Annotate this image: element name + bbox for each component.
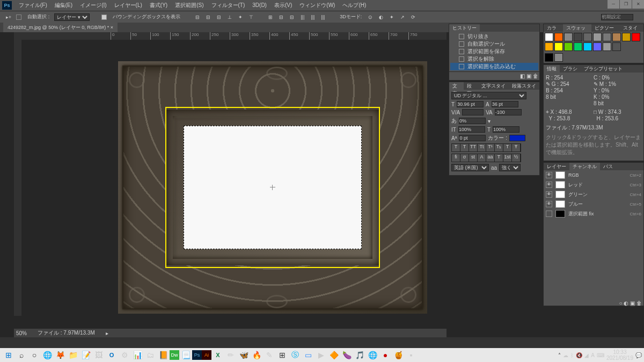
history-item[interactable]: 選択を解除 — [450, 55, 538, 63]
visibility-icon[interactable]: 👁 — [546, 172, 552, 178]
visibility-icon[interactable]: 👁 — [546, 182, 552, 188]
tab-history[interactable]: ヒストリー — [449, 24, 480, 32]
bbox-checkbox[interactable] — [101, 15, 107, 20]
swatch[interactable] — [593, 42, 602, 51]
leading[interactable] — [492, 101, 518, 107]
cortana-icon[interactable]: ○ — [28, 349, 41, 361]
channel-row[interactable]: 👁RGBCtrl+2 — [544, 170, 643, 180]
save-selection-icon[interactable]: ◐ — [624, 300, 628, 306]
mode3d-icon[interactable]: ⟳ — [409, 15, 417, 20]
swatch[interactable] — [574, 33, 582, 41]
swatch[interactable] — [632, 33, 640, 41]
auto-select-mode[interactable]: レイヤー ▾ — [54, 13, 90, 21]
tab-charstyle[interactable]: 文字スタイル — [478, 82, 509, 90]
mode3d-icon[interactable]: ✦ — [388, 15, 396, 20]
app-icon[interactable]: ✎ — [263, 349, 276, 361]
wifi-icon[interactable]: ◢ — [584, 352, 589, 358]
menu-edit[interactable]: 編集(E) — [51, 0, 76, 11]
explorer-icon[interactable]: 📁 — [67, 349, 79, 361]
swatch[interactable] — [564, 42, 573, 51]
swatch[interactable] — [545, 53, 553, 62]
app-icon[interactable]: 🍯 — [392, 349, 405, 361]
zoom-icon[interactable]: ▭ — [302, 349, 314, 361]
channel-row[interactable]: 👁レッドCtrl+3 — [544, 180, 643, 190]
tab-paths[interactable]: パス — [600, 163, 616, 170]
tab-pixsource[interactable]: ピクソース — [591, 24, 620, 32]
swatch[interactable] — [545, 33, 553, 41]
menu-view[interactable]: 表示(V) — [270, 0, 296, 11]
channel-row[interactable]: 選択範囲 fixCtrl+6 — [544, 209, 643, 219]
mode3d-icon[interactable]: ◐ — [377, 15, 385, 20]
type-style-button[interactable]: T — [495, 154, 503, 162]
font-select[interactable]: UD デジタル ... — [451, 92, 526, 99]
canvas-area[interactable] — [21, 40, 447, 316]
type-style-button[interactable]: σ — [460, 154, 469, 162]
swatch[interactable] — [603, 42, 611, 51]
notepad-icon[interactable]: 📝 — [79, 349, 92, 361]
mode3d-icon[interactable]: ⊙ — [367, 15, 374, 20]
channel-row[interactable]: 👁ブルーCtrl+5 — [544, 199, 643, 209]
align-icon[interactable]: ⊥ — [226, 15, 233, 20]
chrome-icon[interactable]: 🌐 — [41, 349, 54, 361]
auto-select-checkbox[interactable] — [16, 15, 21, 20]
swatch[interactable] — [564, 33, 573, 41]
app-icon[interactable]: ⊞ — [276, 349, 289, 361]
swatch[interactable] — [554, 53, 563, 62]
keyboard-icon[interactable]: ⌨ — [597, 352, 604, 358]
tab-styles[interactable]: スタイル — [620, 24, 643, 32]
type-style-button[interactable]: st — [469, 154, 478, 162]
search-icon[interactable]: ⌕ — [15, 349, 28, 361]
menu-help[interactable]: ヘルプ(H) — [339, 0, 370, 11]
type-style-button[interactable]: T — [452, 144, 460, 151]
trash-icon[interactable]: 🗑 — [533, 73, 538, 79]
aa-select[interactable]: 強く — [499, 164, 521, 171]
history-item[interactable]: 選択範囲を読み込む — [450, 63, 538, 70]
align-icon[interactable]: ⊟ — [194, 15, 201, 20]
app-icon[interactable]: 🦋 — [237, 349, 250, 361]
type-style-button[interactable]: TT — [469, 144, 478, 151]
type-style-button[interactable]: T — [503, 144, 512, 151]
distribute-icon[interactable]: ||| — [299, 15, 306, 20]
volume-icon[interactable]: 🔇 — [576, 352, 582, 358]
history-item[interactable]: 切り抜き — [450, 33, 538, 40]
terminal-icon[interactable]: ▪ — [405, 349, 418, 361]
app-icon[interactable]: 🗂 — [144, 349, 157, 361]
font-size[interactable] — [457, 101, 484, 107]
document-tab[interactable]: 4249282_m.jpg @ 50% (レイヤー 0, RGB/8#) * × — [3, 23, 118, 32]
distribute-icon[interactable]: ⊞ — [267, 15, 274, 20]
maximize-button[interactable]: ❐ — [620, 0, 632, 9]
tab-info[interactable]: 情報 — [544, 65, 560, 73]
type-style-button[interactable]: Ŧ — [512, 144, 521, 151]
tab-swatches[interactable]: スウォッチ — [563, 24, 591, 32]
tab-layers[interactable]: レイヤー — [544, 163, 569, 170]
minimize-button[interactable]: ─ — [608, 0, 619, 9]
type-style-button[interactable]: T₁ — [495, 144, 503, 151]
app-icon[interactable]: 📙 — [157, 349, 170, 361]
zoom-level[interactable]: 50% — [16, 330, 27, 336]
kerning[interactable] — [462, 109, 484, 115]
vlc-icon[interactable]: 🔶 — [327, 349, 340, 361]
swatch[interactable] — [622, 33, 631, 41]
music-icon[interactable]: 🎵 — [353, 349, 366, 361]
menu-3d[interactable]: 3D(D) — [248, 0, 270, 11]
type-style-button[interactable]: Tt — [478, 144, 486, 151]
align-icon[interactable]: ⊤ — [247, 15, 255, 20]
outlook-icon[interactable]: O — [105, 349, 118, 361]
new-snapshot-icon[interactable]: ◧ — [520, 73, 525, 79]
app-icon[interactable]: 🍆 — [340, 349, 353, 361]
swatch[interactable] — [612, 33, 621, 41]
dreamweaver-icon[interactable]: Dw — [170, 350, 179, 360]
history-item[interactable]: 選択範囲を保存 — [450, 48, 538, 55]
baseline-pct[interactable] — [459, 118, 486, 124]
app-icon[interactable]: ▶ — [314, 349, 327, 361]
scale-v[interactable] — [458, 126, 485, 133]
type-style-button[interactable]: T — [460, 144, 469, 151]
menu-image[interactable]: イメージ(I) — [76, 0, 110, 11]
swatch[interactable] — [583, 33, 592, 41]
onedrive-icon[interactable]: ☁ — [563, 352, 568, 358]
align-icon[interactable]: ✦ — [237, 15, 244, 20]
tab-channels[interactable]: チャンネル — [569, 163, 600, 170]
chevron-right-icon[interactable]: ▸ — [106, 330, 108, 336]
app-icon[interactable]: 🔥 — [250, 349, 263, 361]
history-item[interactable]: 自動選択ツール — [450, 40, 538, 48]
